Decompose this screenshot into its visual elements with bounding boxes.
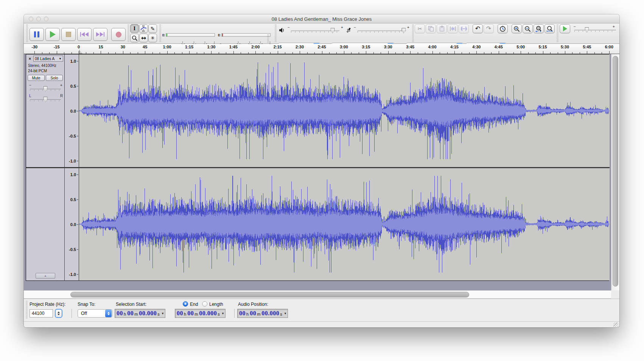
zoom-in-button[interactable] <box>512 24 522 33</box>
mixer-toolbar-grip[interactable] <box>275 25 277 43</box>
ruler-time-label: 3:00 <box>340 45 348 49</box>
ruler-tick <box>359 52 359 54</box>
playback-meter-bar-right[interactable] <box>166 33 215 37</box>
time-field-arrow-icon[interactable]: ▾ <box>285 311 286 315</box>
vertical-ruler-right-channel[interactable]: 1.00.50.0-0.5-1.0 <box>65 168 79 280</box>
horizontal-scrollbar[interactable] <box>24 290 611 299</box>
selection-end-field[interactable]: 00h00m00.000s▾ <box>175 309 226 318</box>
copy-button[interactable] <box>426 24 436 33</box>
project-rate-stepper[interactable] <box>55 309 62 318</box>
selection-toolbar-grip[interactable] <box>26 301 28 318</box>
skip-to-end-button[interactable] <box>93 28 107 41</box>
time-digits: 00.000 <box>261 310 279 317</box>
stop-button[interactable] <box>61 28 76 41</box>
ruler-tick <box>344 51 344 54</box>
input-volume-slider[interactable] <box>358 26 406 33</box>
timeline-ruler[interactable]: -30-1501530451:001:151:301:452:002:152:3… <box>24 44 619 54</box>
ruler-time-label: 5:30 <box>561 45 569 49</box>
resize-grip[interactable] <box>613 322 618 327</box>
selection-tool-button[interactable]: I <box>130 24 139 33</box>
transport-toolbar-grip[interactable] <box>26 25 28 43</box>
envelope-tool-button[interactable] <box>139 24 148 33</box>
zoom-out-button[interactable] <box>523 24 533 33</box>
undo-button[interactable]: ↶ <box>473 24 483 33</box>
play-at-speed-icon <box>563 26 567 31</box>
sync-lock-button[interactable] <box>498 24 508 33</box>
ruler-tick <box>219 52 219 54</box>
ruler-tick <box>499 51 499 54</box>
vertical-scrollbar-thumb[interactable] <box>613 56 618 287</box>
gain-slider[interactable] <box>30 85 61 91</box>
trim-audio-button[interactable] <box>448 24 458 33</box>
redo-button[interactable]: ↷ <box>484 24 494 33</box>
solo-button[interactable]: Solo <box>46 75 63 81</box>
edit-toolbar-grip[interactable] <box>412 25 414 43</box>
selection-start-label: Selection Start: <box>116 302 146 307</box>
time-digits: 00.000 <box>199 310 217 317</box>
waveform-right-channel[interactable] <box>79 168 610 280</box>
zoom-tool-button[interactable] <box>130 34 139 42</box>
play-position-marker[interactable] <box>79 50 82 54</box>
vertical-ruler-left-channel[interactable]: 1.00.50.0-0.5-1.0 <box>65 54 79 167</box>
transcription-toolbar-grip[interactable] <box>557 25 558 43</box>
ruler-tick <box>255 51 256 54</box>
vruler-label: -0.5 <box>69 247 76 252</box>
vertical-scrollbar[interactable] <box>611 54 619 290</box>
timeshift-tool-button[interactable]: ↔ <box>139 34 148 42</box>
silence-audio-button[interactable] <box>459 24 469 33</box>
fit-selection-button[interactable] <box>534 24 544 33</box>
ruler-tick <box>587 51 587 54</box>
ruler-tick <box>233 51 234 54</box>
time-unit: m <box>134 312 138 316</box>
multi-tool-button[interactable]: ✳ <box>148 34 157 42</box>
output-volume-slider[interactable] <box>291 26 339 33</box>
pan-slider[interactable] <box>30 95 61 102</box>
ruler-time-label: 45 <box>143 45 147 49</box>
skip-to-start-button[interactable] <box>77 28 92 41</box>
meter-toolbar-grip[interactable] <box>159 25 161 43</box>
length-radio[interactable] <box>202 301 207 307</box>
ruler-tick <box>138 52 138 54</box>
track-close-button[interactable]: × <box>27 56 33 61</box>
audio-position-field[interactable]: 00h00m00.000s▾ <box>237 309 288 318</box>
ruler-tick <box>93 52 94 54</box>
cut-button[interactable]: ✂ <box>415 24 425 33</box>
fit-project-icon <box>546 26 553 32</box>
ruler-tick <box>145 51 145 54</box>
multi-tool-icon: ✳ <box>151 36 155 40</box>
ruler-tick <box>300 51 300 54</box>
record-button[interactable] <box>111 28 126 41</box>
recording-meter-bar-right[interactable] <box>221 33 271 37</box>
timeshift-tool-icon: ↔ <box>141 35 146 41</box>
horizontal-scrollbar-thumb[interactable] <box>70 292 469 297</box>
mute-button[interactable]: Mute <box>28 75 45 81</box>
ruler-time-label: 1:30 <box>207 45 215 49</box>
selection-start-field[interactable]: 00h00m00.000s▾ <box>115 309 165 318</box>
waveform-left-channel[interactable] <box>79 54 610 167</box>
play-button[interactable] <box>45 28 60 41</box>
tools-toolbar-grip[interactable] <box>128 25 129 43</box>
pause-button[interactable] <box>30 28 44 41</box>
vruler-label: 0.5 <box>70 84 76 88</box>
time-field-arrow-icon[interactable]: ▾ <box>162 311 164 315</box>
ruler-tick <box>322 51 322 54</box>
end-radio[interactable] <box>183 301 188 307</box>
title-bar: 08 Ladies And Gentleman_ Miss Grace Jone… <box>24 14 619 23</box>
ruler-time-label: 4:00 <box>428 45 437 49</box>
input-slider-plus: + <box>407 25 409 29</box>
time-field-arrow-icon[interactable]: ▾ <box>222 311 224 315</box>
play-at-speed-button[interactable] <box>560 24 570 33</box>
device-toolbar-grip[interactable] <box>267 34 269 43</box>
play-speed-slider[interactable] <box>574 26 616 33</box>
fit-project-button[interactable] <box>544 24 555 33</box>
ruler-tick <box>403 52 403 54</box>
project-rate-input[interactable]: 44100 <box>30 309 53 318</box>
ruler-tick <box>572 52 572 54</box>
selection-toolbar: Project Rate (Hz): 44100 Snap To: Off Se… <box>24 299 619 321</box>
vruler-label: -1.0 <box>69 159 76 163</box>
paste-button[interactable] <box>437 24 447 33</box>
track-collapse-button[interactable]: ▲ <box>36 273 55 279</box>
draw-tool-button[interactable]: ✎ <box>148 24 157 33</box>
snap-to-dropdown[interactable]: Off <box>78 309 112 318</box>
track-name-menu[interactable]: 08 Ladies A ▼ <box>33 56 63 62</box>
